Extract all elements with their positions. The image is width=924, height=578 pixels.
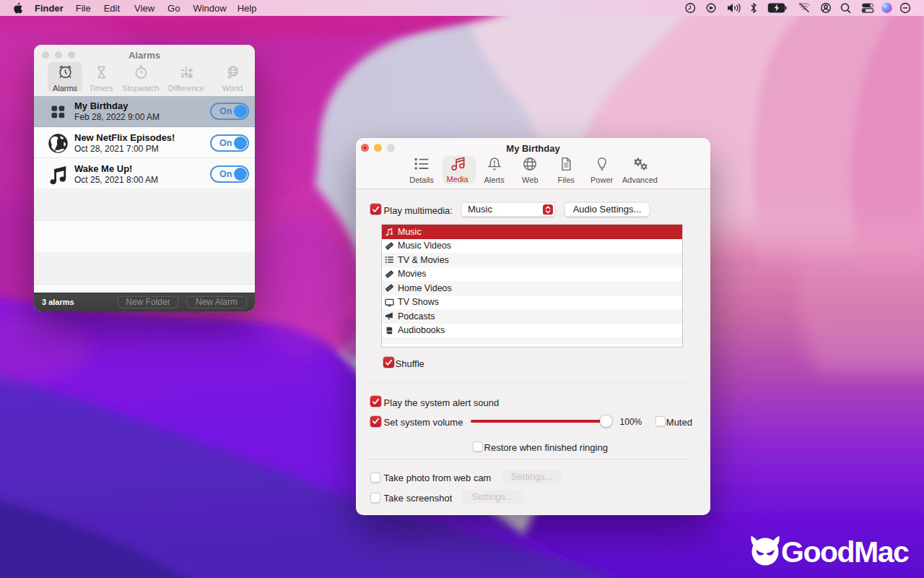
- svg-text:GoodMac: GoodMac: [781, 535, 909, 569]
